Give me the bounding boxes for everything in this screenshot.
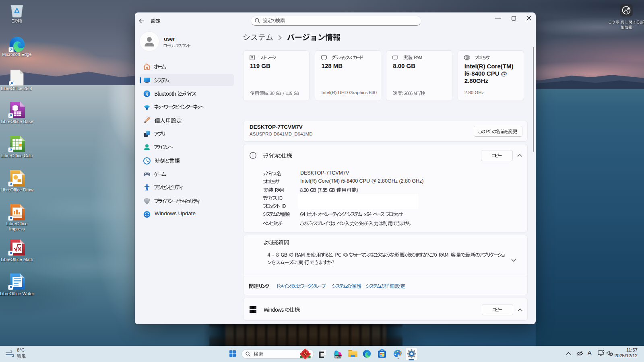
svg-text:M365: M365: [335, 356, 341, 358]
